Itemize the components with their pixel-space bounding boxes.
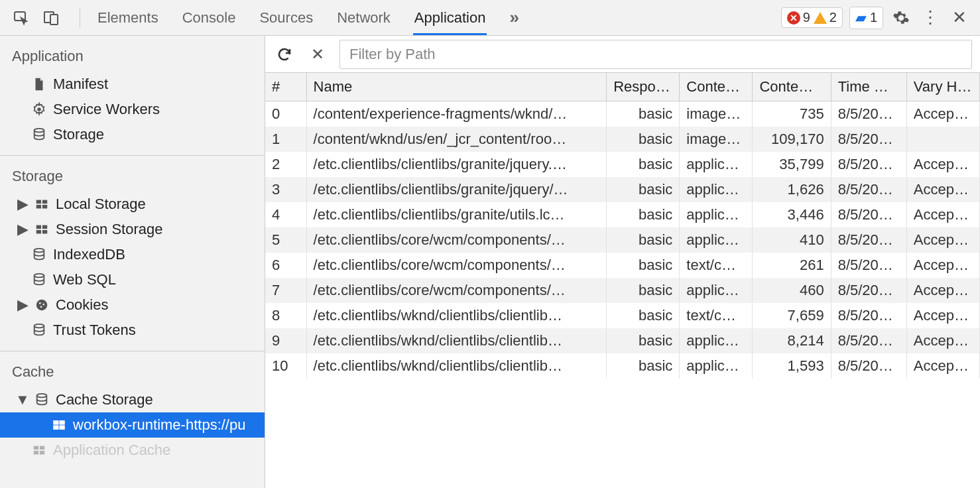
database-icon bbox=[32, 273, 46, 287]
cell-index: 9 bbox=[265, 328, 306, 353]
cell-content-type: applic… bbox=[680, 353, 753, 379]
svg-rect-5 bbox=[36, 200, 41, 204]
tab-application[interactable]: Application bbox=[413, 0, 487, 35]
cell-time: 8/5/20… bbox=[831, 177, 906, 202]
grid-icon bbox=[34, 197, 49, 212]
sidebar-item-trust-tokens[interactable]: Trust Tokens bbox=[0, 318, 265, 343]
tab-sources[interactable]: Sources bbox=[258, 0, 314, 35]
sidebar-label: Application Cache bbox=[53, 442, 170, 459]
table-row[interactable]: 5/etc.clientlibs/core/wcm/components/…ba… bbox=[265, 227, 980, 253]
device-icon[interactable] bbox=[40, 7, 62, 29]
sidebar-item-cookies[interactable]: ▶ Cookies bbox=[0, 292, 265, 318]
issues-badge[interactable]: ▰ 1 bbox=[849, 7, 883, 29]
sidebar-label: Manifest bbox=[53, 76, 108, 93]
col-header-index[interactable]: # bbox=[265, 73, 306, 101]
cell-vary: Accep… bbox=[906, 253, 979, 278]
settings-icon[interactable] bbox=[890, 7, 912, 29]
grid-icon bbox=[34, 222, 49, 237]
cell-content-length: 35,799 bbox=[753, 152, 831, 177]
sidebar-item-application-cache[interactable]: Application Cache bbox=[0, 438, 265, 463]
cell-content-type: image… bbox=[680, 101, 753, 127]
sidebar-item-storage[interactable]: Storage bbox=[0, 122, 265, 147]
table-row[interactable]: 3/etc.clientlibs/clientlibs/granite/jque… bbox=[265, 177, 980, 202]
sidebar-item-service-workers[interactable]: Service Workers bbox=[0, 97, 265, 122]
cell-time: 8/5/20… bbox=[831, 328, 906, 353]
cell-name: /etc.clientlibs/clientlibs/granite/jquer… bbox=[306, 177, 607, 202]
tab-network[interactable]: Network bbox=[336, 0, 392, 35]
grid-icon bbox=[52, 418, 66, 432]
col-header-content-length[interactable]: Conte… bbox=[753, 73, 831, 101]
svg-point-18 bbox=[40, 306, 42, 308]
cell-index: 1 bbox=[265, 127, 306, 152]
col-header-response[interactable]: Respo… bbox=[607, 73, 680, 101]
database-icon bbox=[32, 323, 46, 337]
table-row[interactable]: 10/etc.clientlibs/wknd/clientlibs/client… bbox=[265, 353, 980, 379]
cell-index: 5 bbox=[265, 227, 306, 253]
table-row[interactable]: 2/etc.clientlibs/clientlibs/granite/jque… bbox=[265, 152, 980, 177]
col-header-time[interactable]: Time … bbox=[831, 73, 906, 101]
tab-console[interactable]: Console bbox=[181, 0, 237, 35]
clear-icon[interactable]: ✕ bbox=[306, 43, 329, 66]
cell-time: 8/5/20… bbox=[831, 101, 906, 127]
cell-name: /etc.clientlibs/wknd/clientlibs/clientli… bbox=[306, 353, 607, 379]
table-row[interactable]: 4/etc.clientlibs/clientlibs/granite/util… bbox=[265, 202, 980, 227]
chevron-down-icon: ▼ bbox=[17, 391, 28, 408]
chevron-right-icon: ▶ bbox=[17, 296, 28, 314]
cell-name: /etc.clientlibs/clientlibs/granite/utils… bbox=[306, 202, 607, 227]
table-row[interactable]: 9/etc.clientlibs/wknd/clientlibs/clientl… bbox=[265, 328, 980, 353]
sidebar-label: Web SQL bbox=[53, 271, 116, 288]
grid-icon bbox=[32, 443, 46, 457]
col-header-name[interactable]: Name bbox=[306, 73, 607, 101]
svg-rect-25 bbox=[34, 446, 38, 450]
cell-vary: Accep… bbox=[906, 303, 979, 328]
table-row[interactable]: 1/content/wknd/us/en/_jcr_content/roo…ba… bbox=[265, 127, 980, 152]
table-row[interactable]: 7/etc.clientlibs/core/wcm/components/…ba… bbox=[265, 278, 980, 303]
sidebar-label: Cache Storage bbox=[56, 391, 153, 408]
refresh-icon[interactable] bbox=[273, 43, 296, 66]
cache-table: # Name Respo… Conte… Conte… Time … Vary … bbox=[265, 73, 980, 488]
svg-point-4 bbox=[34, 129, 44, 133]
table-header-row: # Name Respo… Conte… Conte… Time … Vary … bbox=[265, 73, 980, 101]
sidebar-item-session-storage[interactable]: ▶ Session Storage bbox=[0, 217, 265, 242]
issues-icon: ▰ bbox=[855, 9, 867, 27]
tab-elements[interactable]: Elements bbox=[96, 0, 160, 35]
cell-name: /etc.clientlibs/clientlibs/granite/jquer… bbox=[306, 152, 607, 177]
errors-warnings-badge[interactable]: ✕ 9 2 bbox=[781, 7, 843, 28]
gear-icon bbox=[32, 102, 46, 117]
sidebar-item-local-storage[interactable]: ▶ Local Storage bbox=[0, 192, 265, 217]
sidebar-item-cache-storage[interactable]: ▼ Cache Storage bbox=[0, 387, 265, 412]
sidebar-item-indexeddb[interactable]: IndexedDB bbox=[0, 242, 265, 267]
svg-rect-6 bbox=[42, 200, 47, 204]
table-row[interactable]: 6/etc.clientlibs/core/wcm/components/…ba… bbox=[265, 253, 980, 278]
svg-point-17 bbox=[42, 304, 44, 306]
cell-response: basic bbox=[607, 328, 680, 353]
more-tabs-icon[interactable]: » bbox=[508, 0, 520, 35]
cell-time: 8/5/20… bbox=[831, 303, 906, 328]
inspect-icon[interactable] bbox=[9, 7, 32, 29]
toolbar-right: ✕ 9 2 ▰ 1 ⋮ ✕ bbox=[781, 7, 975, 29]
kebab-menu-icon[interactable]: ⋮ bbox=[919, 7, 942, 29]
sidebar-item-websql[interactable]: Web SQL bbox=[0, 267, 265, 292]
table-row[interactable]: 8/etc.clientlibs/wknd/clientlibs/clientl… bbox=[265, 303, 980, 328]
sidebar-label: Cookies bbox=[56, 296, 108, 314]
close-icon[interactable]: ✕ bbox=[948, 7, 971, 29]
svg-rect-21 bbox=[54, 421, 58, 425]
sidebar-item-manifest[interactable]: Manifest bbox=[0, 72, 265, 97]
filter-input[interactable]: Filter by Path bbox=[339, 40, 972, 69]
warning-icon bbox=[814, 12, 827, 24]
sidebar-section-storage: Storage ▶ Local Storage ▶ Session Storag… bbox=[0, 156, 265, 351]
cell-vary bbox=[906, 127, 979, 152]
file-icon bbox=[32, 77, 46, 91]
cell-content-length: 1,626 bbox=[753, 177, 831, 202]
sidebar-item-workbox-runtime[interactable]: workbox-runtime-https://pu bbox=[0, 412, 265, 438]
svg-point-3 bbox=[37, 107, 41, 111]
col-header-content-type[interactable]: Conte… bbox=[680, 73, 753, 101]
svg-rect-10 bbox=[42, 225, 47, 229]
cell-index: 10 bbox=[265, 353, 306, 379]
svg-point-19 bbox=[34, 324, 44, 328]
table-row[interactable]: 0/content/experience-fragments/wknd/…bas… bbox=[265, 101, 980, 127]
cell-vary: Accep… bbox=[906, 202, 979, 227]
svg-rect-26 bbox=[40, 446, 44, 450]
col-header-vary[interactable]: Vary H… bbox=[906, 73, 979, 101]
cell-response: basic bbox=[607, 353, 680, 379]
